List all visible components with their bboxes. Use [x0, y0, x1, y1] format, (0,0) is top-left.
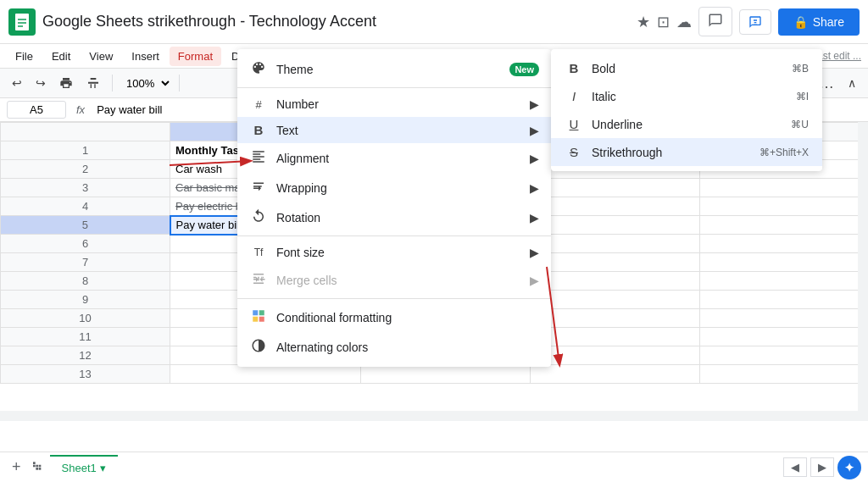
explore-button[interactable]: ✦ — [837, 456, 861, 479]
alternating-icon — [249, 338, 268, 356]
underline-shortcut: ⌘U — [791, 119, 809, 130]
italic-icon: I — [565, 89, 583, 103]
merge-label: Merge cells — [276, 274, 521, 287]
number-label: Number — [276, 97, 521, 111]
alignment-arrow: ▶ — [530, 152, 539, 165]
history-icon[interactable]: ⊡ — [657, 13, 670, 31]
svg-rect-4 — [253, 310, 258, 315]
menu-view[interactable]: View — [81, 47, 121, 66]
conditional-label: Conditional formatting — [276, 311, 539, 324]
bold-shortcut: ⌘B — [792, 63, 809, 75]
number-icon: # — [249, 98, 268, 111]
row-num-11: 11 — [1, 328, 170, 346]
format-item-alignment[interactable]: Alignment ▶ — [237, 143, 551, 173]
paint-format-button[interactable] — [81, 73, 105, 93]
format-item-wrapping[interactable]: Wrapping ▶ — [237, 173, 551, 202]
print-button[interactable] — [54, 73, 78, 93]
cell-c4[interactable] — [531, 197, 700, 216]
theme-icon — [249, 60, 268, 78]
text-sub-underline[interactable]: U Underline ⌘U — [551, 110, 822, 138]
menu-file[interactable]: File — [7, 47, 42, 66]
rotation-icon — [249, 208, 268, 226]
cell-d3[interactable] — [700, 179, 869, 197]
text-sub-italic[interactable]: I Italic ⌘I — [551, 82, 822, 110]
format-item-merge[interactable]: Merge cells ▶ — [237, 265, 551, 295]
italic-shortcut: ⌘I — [796, 91, 809, 102]
sheet-tab[interactable]: Sheet1 ▾ — [50, 455, 118, 479]
menu-format[interactable]: Format — [170, 47, 221, 66]
star-icon[interactable]: ★ — [637, 13, 650, 31]
format-item-alternating[interactable]: Alternating colors — [237, 332, 551, 362]
row-num-10: 10 — [1, 309, 170, 328]
text-submenu: B Bold ⌘B I Italic ⌘I U Underline ⌘U S S… — [551, 49, 822, 171]
text-arrow: ▶ — [530, 124, 539, 137]
nav-left-button[interactable]: ◀ — [783, 457, 807, 477]
format-item-fontsize[interactable]: Tf Font size ▶ — [237, 240, 551, 265]
row-num-6: 6 — [1, 235, 170, 253]
add-sheet-button[interactable]: + — [7, 455, 26, 479]
row-num-13: 13 — [1, 365, 170, 384]
cell-d5[interactable] — [700, 216, 869, 235]
menu-insert[interactable]: Insert — [123, 47, 168, 66]
sheet-chevron: ▾ — [100, 462, 106, 474]
underline-label: Underline — [592, 118, 782, 131]
sheet-name: Sheet1 — [62, 462, 97, 474]
format-item-number[interactable]: # Number ▶ — [237, 91, 551, 117]
fontsize-icon: Tf — [249, 247, 268, 258]
alignment-icon — [249, 149, 268, 167]
format-item-text[interactable]: B Text ▶ — [237, 117, 551, 143]
cell-c3[interactable] — [531, 179, 700, 197]
format-item-rotation[interactable]: Rotation ▶ — [237, 202, 551, 232]
redo-button[interactable]: ↪ — [31, 73, 51, 93]
row-num-2: 2 — [1, 160, 170, 179]
present-button[interactable] — [739, 9, 771, 35]
new-badge: New — [509, 63, 539, 76]
svg-rect-0 — [15, 14, 29, 30]
row-num-7: 7 — [1, 253, 170, 272]
divider2 — [237, 235, 551, 236]
cell-d4[interactable] — [700, 197, 869, 216]
wrapping-icon — [249, 179, 268, 197]
document-title: Google Sheets strikethrough - Technology… — [42, 13, 630, 30]
row-num-3: 3 — [1, 179, 170, 197]
vertical-scrollbar[interactable] — [858, 122, 868, 421]
svg-rect-6 — [253, 317, 258, 322]
bold-label: Bold — [592, 62, 783, 75]
text-sub-bold[interactable]: B Bold ⌘B — [551, 54, 822, 82]
nav-right-button[interactable]: ▶ — [810, 457, 834, 477]
row-num-1: 1 — [1, 141, 170, 160]
format-item-conditional[interactable]: Conditional formatting — [237, 302, 551, 332]
cloud-icon[interactable]: ☁ — [676, 13, 692, 31]
theme-label: Theme — [276, 63, 501, 76]
text-sub-strikethrough[interactable]: S Strikethrough ⌘+Shift+X — [551, 138, 822, 166]
cell-reference-input[interactable] — [7, 101, 66, 119]
wrapping-label: Wrapping — [276, 181, 521, 195]
wrapping-arrow: ▶ — [530, 181, 539, 195]
sheet-tab-menu-button[interactable] — [26, 456, 50, 479]
menu-edit[interactable]: Edit — [43, 47, 79, 66]
cell-a13[interactable] — [170, 365, 361, 384]
format-dropdown: Theme New # Number ▶ B Text ▶ Alignment … — [237, 49, 551, 367]
cell-c5[interactable] — [531, 216, 700, 235]
top-icons: ★ ⊡ ☁ — [637, 13, 692, 31]
collapse-toolbar-button[interactable]: ∧ — [843, 73, 861, 93]
bottom-bar: + Sheet1 ▾ ◀ ▶ ✦ — [0, 452, 868, 482]
svg-rect-7 — [259, 317, 264, 322]
comment-button[interactable] — [698, 7, 732, 36]
divider3 — [237, 298, 551, 299]
zoom-select[interactable]: 100% — [120, 75, 172, 92]
svg-rect-5 — [259, 310, 264, 315]
strikethrough-shortcut: ⌘+Shift+X — [760, 147, 809, 158]
strikethrough-icon: S — [565, 145, 583, 159]
format-item-theme[interactable]: Theme New — [237, 54, 551, 84]
text-label: Text — [276, 124, 521, 137]
rotation-label: Rotation — [276, 211, 521, 224]
row-num-4: 4 — [1, 197, 170, 216]
share-button[interactable]: 🔒 Share — [778, 8, 860, 36]
divider-2 — [179, 75, 180, 91]
undo-button[interactable]: ↩ — [7, 73, 27, 93]
lock-icon: 🔒 — [793, 15, 808, 29]
horizontal-scrollbar[interactable] — [0, 411, 858, 421]
sheets-logo — [8, 8, 36, 36]
row-num-5: 5 — [1, 216, 170, 235]
